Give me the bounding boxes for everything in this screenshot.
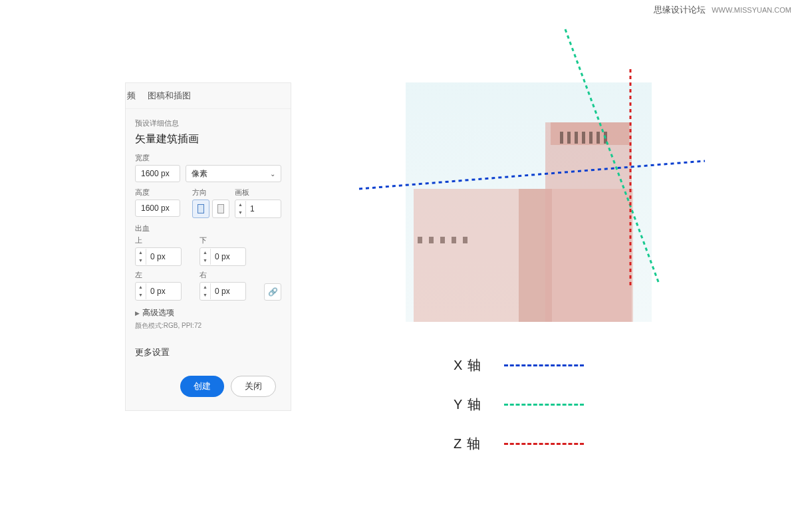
link-bleed-button[interactable]: 🔗 [264,283,281,301]
tab-artwork[interactable]: 图稿和插图 [148,90,191,102]
artboard-label: 画板 [235,188,281,198]
bleed-top-input[interactable]: ▲▼0 px [135,247,182,266]
tab-video-partial[interactable]: 频 [127,90,136,102]
legend-z-line [504,443,584,445]
more-settings-link[interactable]: 更多设置 [135,346,281,358]
width-input[interactable]: 1600 px [135,165,180,182]
bleed-left-label: 左 [135,270,194,280]
landscape-icon [217,204,224,213]
height-input[interactable]: 1600 px [135,200,180,217]
orientation-label: 方向 [192,188,229,198]
triangle-right-icon: ▶ [135,310,140,317]
panel-tabs: 频 图稿和插图 [126,83,291,109]
height-label: 高度 [135,188,187,198]
new-document-panel: 频 图稿和插图 预设详细信息 矢量建筑插画 宽度 1600 px 像素 ⌄ 高度… [125,82,291,411]
width-label: 宽度 [135,153,281,163]
bleed-top-label: 上 [135,235,194,245]
close-button[interactable]: 关闭 [231,376,276,397]
bleed-right-input[interactable]: ▲▼0 px [200,282,246,301]
bleed-bottom-label: 下 [200,235,259,245]
advanced-options-toggle[interactable]: ▶ 高级选项 [135,307,281,319]
bleed-left-input[interactable]: ▲▼0 px [135,282,182,301]
x-axis-line [359,161,705,189]
legend-y-label: Y 轴 [454,396,485,414]
axis-overlay [359,9,705,295]
axis-legend: X 轴 Y 轴 Z 轴 [454,356,584,474]
legend-y-line [504,404,584,406]
legend-x-line [504,364,584,366]
stepper-up-icon[interactable]: ▲ [235,201,245,209]
preset-details-label: 预设详细信息 [135,118,281,128]
orientation-portrait-button[interactable] [192,200,209,218]
bleed-label: 出血 [135,223,281,233]
watermark-url: WWW.MISSYUAN.COM [712,6,791,14]
color-mode-info: 颜色模式:RGB, PPI:72 [135,321,281,331]
link-icon: 🔗 [268,287,278,297]
unit-select[interactable]: 像素 ⌄ [186,165,281,182]
document-name[interactable]: 矢量建筑插画 [135,132,281,146]
chevron-down-icon: ⌄ [270,170,275,178]
create-button[interactable]: 创建 [180,376,224,397]
y-axis-line [565,29,658,282]
bleed-bottom-input[interactable]: ▲▼0 px [200,247,246,266]
orientation-landscape-button[interactable] [212,200,229,218]
bleed-right-label: 右 [200,270,259,280]
artboard-stepper[interactable]: ▲▼ 1 [235,200,281,218]
axis-diagram [406,82,652,322]
legend-x-label: X 轴 [454,356,485,374]
portrait-icon [198,204,204,213]
stepper-down-icon[interactable]: ▼ [235,209,245,217]
legend-z-label: Z 轴 [454,435,485,453]
